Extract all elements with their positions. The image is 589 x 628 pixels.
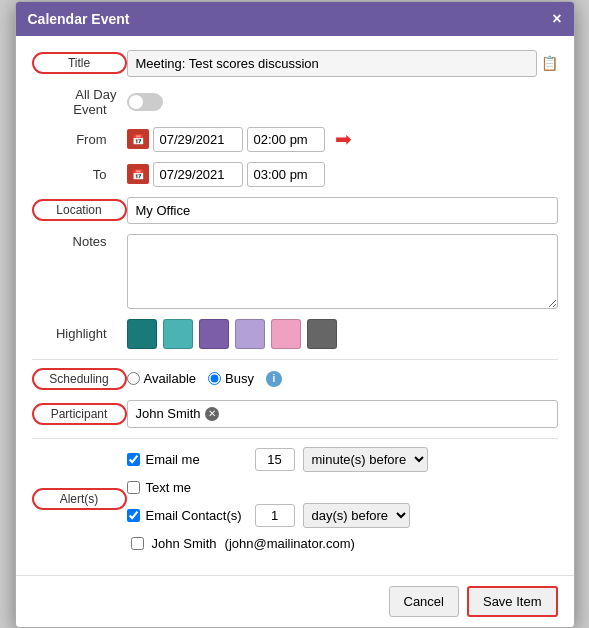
title-label-wrap: Title	[32, 52, 127, 74]
text-me-checkbox-label[interactable]: Text me	[127, 480, 247, 495]
contact-email: (john@mailinator.com)	[225, 536, 355, 551]
divider-1	[32, 359, 558, 360]
scheduling-info-icon[interactable]: i	[266, 371, 282, 387]
contact-name: John Smith	[152, 536, 217, 551]
alerts-section: Email me minute(s) before Text me	[127, 447, 558, 551]
swatch-gray[interactable]	[307, 319, 337, 349]
scheduling-available[interactable]: Available	[127, 371, 197, 386]
participant-row: Participant John Smith ✕	[32, 400, 558, 428]
to-label: To	[93, 167, 117, 182]
email-me-checkbox-label[interactable]: Email me	[127, 452, 247, 467]
participant-tag: John Smith ✕	[136, 406, 219, 421]
swatch-teal-light[interactable]	[163, 319, 193, 349]
email-me-unit-select[interactable]: minute(s) before	[303, 447, 428, 472]
to-date-group: 📅	[127, 162, 325, 187]
from-date-group: 📅	[127, 127, 325, 152]
calendar-event-modal: Calendar Event × Title 📋 All Day Event	[15, 1, 575, 628]
scheduling-available-label: Available	[144, 371, 197, 386]
email-me-label: Email me	[146, 452, 200, 467]
email-contacts-unit-select[interactable]: day(s) before	[303, 503, 410, 528]
participant-label-wrap: Participant	[32, 403, 127, 425]
save-button[interactable]: Save Item	[467, 586, 558, 617]
participant-label: Participant	[32, 403, 127, 425]
notes-textarea[interactable]	[127, 234, 558, 309]
contact-checkbox-row: John Smith (john@mailinator.com)	[131, 536, 558, 551]
email-me-checkbox[interactable]	[127, 453, 140, 466]
alerts-label-wrap: Alert(s)	[32, 488, 127, 510]
scheduling-options: Available Busy i	[127, 371, 282, 387]
notes-label: Notes	[73, 230, 117, 249]
text-me-checkbox[interactable]	[127, 481, 140, 494]
swatch-lavender[interactable]	[235, 319, 265, 349]
to-row: To 📅	[32, 162, 558, 187]
divider-2	[32, 438, 558, 439]
red-arrow-indicator: ➡	[335, 127, 352, 151]
from-date-input[interactable]	[153, 127, 243, 152]
text-me-alert-row: Text me	[127, 480, 558, 495]
swatch-pink[interactable]	[271, 319, 301, 349]
alerts-label-row: Alert(s) Email me minute(s) before	[32, 447, 558, 551]
location-input[interactable]	[127, 197, 558, 224]
email-me-number-input[interactable]	[255, 448, 295, 471]
modal-overlay: Calendar Event × Title 📋 All Day Event	[0, 0, 589, 628]
title-input[interactable]	[127, 50, 537, 77]
email-me-alert-row: Email me minute(s) before	[127, 447, 558, 472]
all-day-label: All Day Event	[73, 87, 116, 117]
title-row: Title 📋	[32, 50, 558, 77]
highlight-label-wrap: Highlight	[32, 326, 127, 341]
all-day-toggle[interactable]	[127, 93, 163, 111]
from-calendar-icon[interactable]: 📅	[127, 129, 149, 149]
notes-row: Notes	[32, 234, 558, 309]
alerts-label: Alert(s)	[32, 488, 127, 510]
email-contacts-number-input[interactable]	[255, 504, 295, 527]
all-day-label-wrap: All Day Event	[32, 87, 127, 117]
scheduling-busy[interactable]: Busy	[208, 371, 254, 386]
from-label: From	[76, 132, 116, 147]
close-button[interactable]: ×	[552, 10, 561, 28]
modal-footer: Cancel Save Item	[16, 575, 574, 627]
swatch-purple[interactable]	[199, 319, 229, 349]
scheduling-available-radio[interactable]	[127, 372, 140, 385]
from-time-input[interactable]	[247, 127, 325, 152]
contact-checkbox[interactable]	[131, 537, 144, 550]
location-row: Location	[32, 197, 558, 224]
to-time-input[interactable]	[247, 162, 325, 187]
from-row: From 📅 ➡	[32, 127, 558, 152]
cancel-button[interactable]: Cancel	[389, 586, 459, 617]
all-day-row: All Day Event	[32, 87, 558, 117]
email-contacts-label: Email Contact(s)	[146, 508, 242, 523]
title-label: Title	[32, 52, 127, 74]
text-me-label: Text me	[146, 480, 192, 495]
scheduling-row: Scheduling Available Busy i	[32, 368, 558, 390]
document-icon: 📋	[541, 55, 558, 71]
from-label-wrap: From	[32, 132, 127, 147]
highlight-label: Highlight	[56, 326, 117, 341]
modal-body: Title 📋 All Day Event From 📅	[16, 36, 574, 575]
swatch-teal-dark[interactable]	[127, 319, 157, 349]
remove-participant-button[interactable]: ✕	[205, 407, 219, 421]
location-label: Location	[32, 199, 127, 221]
scheduling-busy-label: Busy	[225, 371, 254, 386]
modal-title: Calendar Event	[28, 11, 130, 27]
participant-name: John Smith	[136, 406, 201, 421]
scheduling-busy-radio[interactable]	[208, 372, 221, 385]
scheduling-label-wrap: Scheduling	[32, 368, 127, 390]
participant-input-wrap[interactable]: John Smith ✕	[127, 400, 558, 428]
email-contacts-alert-row: Email Contact(s) day(s) before	[127, 503, 558, 528]
to-calendar-icon[interactable]: 📅	[127, 164, 149, 184]
highlight-swatches	[127, 319, 337, 349]
modal-header: Calendar Event ×	[16, 2, 574, 36]
to-date-input[interactable]	[153, 162, 243, 187]
to-label-wrap: To	[32, 167, 127, 182]
scheduling-label: Scheduling	[32, 368, 127, 390]
notes-label-wrap: Notes	[32, 234, 127, 249]
email-contacts-checkbox[interactable]	[127, 509, 140, 522]
highlight-row: Highlight	[32, 319, 558, 349]
location-label-wrap: Location	[32, 199, 127, 221]
email-contacts-checkbox-label[interactable]: Email Contact(s)	[127, 508, 247, 523]
